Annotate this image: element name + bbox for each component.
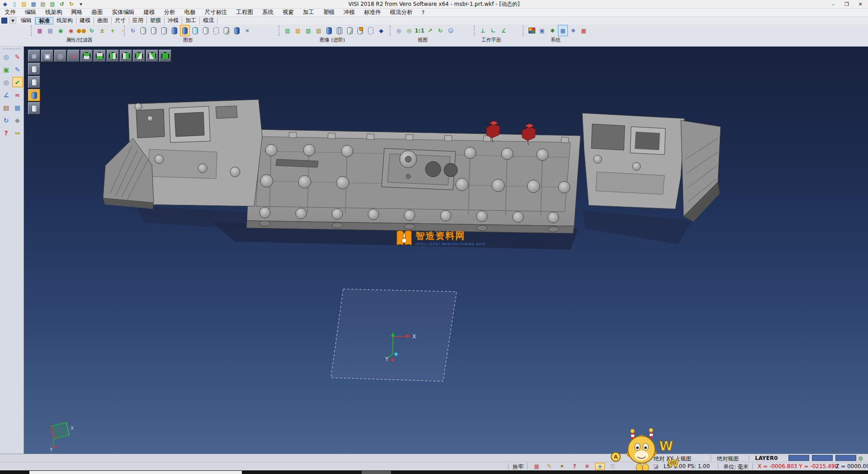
freeze-icon[interactable]: ❄ [582,463,592,470]
edit-curve-icon[interactable]: ≈ [12,90,23,100]
toolbar-tab[interactable]: 模流 [200,17,217,24]
zoom-in-out-icon[interactable]: ◎ [394,25,404,36]
screen-report-icon[interactable]: ▤ [45,25,55,36]
visibility-filter-icon[interactable]: ●● [76,25,86,36]
session-icon[interactable]: ▽ [608,463,618,470]
modify-attributes-icon[interactable]: ▩ [35,25,45,36]
menu-item[interactable]: 分析 [160,9,180,16]
measure-icon[interactable]: ↔ [12,128,23,138]
key-icon[interactable]: ✦ [557,463,567,470]
layer-wireframe-icon[interactable] [211,25,221,36]
tab-dropdown-button[interactable]: ▼ [9,17,16,24]
solid-wire-icon[interactable] [366,25,376,36]
toolbar-tab[interactable]: 线架构 [53,17,76,24]
color-swatch[interactable] [788,455,809,461]
workplane-standard-icon[interactable]: ⊥ [478,25,488,36]
zoom-all-icon[interactable]: ◎ [404,25,414,36]
view-cube-icon[interactable]: ◈ [595,463,605,470]
toolbar-tab[interactable]: 加工 [182,17,200,24]
zoom-search-icon[interactable]: ◎ [54,50,66,62]
search-icon[interactable]: ◎ [644,455,648,461]
menu-item[interactable]: 工程图 [232,9,258,16]
workplane-axes-icon[interactable]: ∠ [1,90,12,100]
zoom-solid-icon[interactable]: ◎ [1,77,12,87]
pan-icon[interactable]: ↗ [425,25,435,36]
menu-item[interactable]: 文件 [0,9,20,16]
axes-origin-icon[interactable]: + [67,50,80,62]
toolbar-tab[interactable]: 建模 [76,17,94,24]
layers-list-icon[interactable]: ≡ [28,50,40,62]
confirm-icon[interactable]: ✔ [12,77,23,87]
view-iso-icon[interactable] [159,50,171,62]
layer-manager-icon[interactable]: ✕ [242,25,252,36]
context-help-icon[interactable]: ? [570,463,580,470]
menu-item[interactable]: 塑模 [319,9,339,16]
workplane-entity-icon[interactable]: ∠ [499,25,509,36]
workplane-align-icon[interactable]: ∟ [488,25,498,36]
dynamic-view-icon[interactable]: ☺ [446,25,456,36]
rotate-view-icon[interactable]: ↻ [435,25,445,36]
view-state-lights-icon[interactable]: ▧ [293,25,303,36]
group-drag-handle[interactable] [124,25,126,36]
sidebar-drag-handle[interactable] [3,48,20,50]
shade-cube-icon[interactable]: ◆ [12,115,23,125]
color-swatch[interactable] [835,455,856,461]
toolbar-tab[interactable]: 冲模 [165,17,182,24]
menu-item[interactable]: ? [417,9,429,16]
menu-item[interactable]: 模流分析 [386,9,417,16]
group-drag-handle[interactable] [278,25,281,36]
menu-item[interactable]: 视窗 [278,9,298,16]
attribute-books-icon[interactable]: ▤ [1,102,12,113]
close-button[interactable]: ✕ [854,0,867,9]
menu-item[interactable]: 加工 [298,9,319,16]
layer-refresh-icon[interactable] [222,25,231,36]
layer-slot-icon[interactable] [28,102,40,114]
toolbar-tab[interactable]: 编辑 [18,17,35,24]
lock-toggle[interactable]: 拴牢 [513,463,524,471]
group-drag-handle[interactable] [390,25,392,36]
zoom-fit-icon[interactable]: ▣ [41,50,53,62]
screen-settings-icon[interactable]: ▦ [558,25,568,36]
menu-item[interactable]: 建模 [139,9,160,16]
help-icon[interactable]: ? [1,128,12,138]
layer-visible-icon[interactable] [149,25,159,36]
menu-item[interactable]: 系统 [258,9,278,16]
regen-icon[interactable]: ↻ [1,115,12,125]
menu-item[interactable]: 曲面 [87,9,108,16]
group-drag-handle[interactable] [523,25,525,36]
view-state-add-icon[interactable]: ▧ [283,25,292,36]
3d-viewport[interactable]: X Y X Y [24,47,868,454]
view-state-refresh-icon[interactable]: ▧ [303,25,313,36]
layer-selected-icon[interactable] [180,25,190,36]
shaded-cube-icon[interactable]: ◆ [376,25,386,36]
layer-slot-icon[interactable] [28,76,40,88]
layer-all-icon[interactable] [138,25,148,36]
erase-icon[interactable]: ✎ [12,52,23,62]
layer-new-icon[interactable] [190,25,200,36]
active-layer-icon[interactable] [28,89,40,101]
taskbar-window-preview[interactable] [29,471,242,474]
refresh-visibility-icon[interactable]: ↻ [87,25,97,36]
calculator-grid-icon[interactable]: ▦ [579,25,589,36]
screen-colors-icon[interactable]: ▣ [537,25,547,36]
menu-item[interactable]: 电极 [180,9,200,16]
toolbar-tab[interactable]: 应用 [129,17,147,24]
maximize-button[interactable]: ❐ [840,0,854,9]
solid-striped-icon[interactable] [335,25,344,36]
menu-item[interactable]: 网格 [67,9,87,16]
clipboard-icon[interactable]: ▦ [532,463,542,470]
solid-dashed-icon[interactable] [324,25,334,36]
color-swatch[interactable] [812,455,833,461]
annotate-icon[interactable]: ✎ [544,463,554,470]
layer-slot-icon[interactable] [28,63,40,75]
absolute-view-label[interactable]: 绝对视图 [717,455,739,463]
solid-flag-icon[interactable] [355,25,365,36]
group-drag-handle[interactable] [474,25,476,36]
menu-item[interactable]: 标准件 [359,9,386,16]
window-grid-icon[interactable]: ▦ [12,102,23,113]
taskbar-item[interactable] [362,471,391,474]
color-palette-icon[interactable] [527,25,537,36]
system-tools-icon[interactable]: ✱ [547,25,557,36]
view-top-icon[interactable] [80,50,93,62]
minimize-button[interactable]: – [826,0,840,9]
